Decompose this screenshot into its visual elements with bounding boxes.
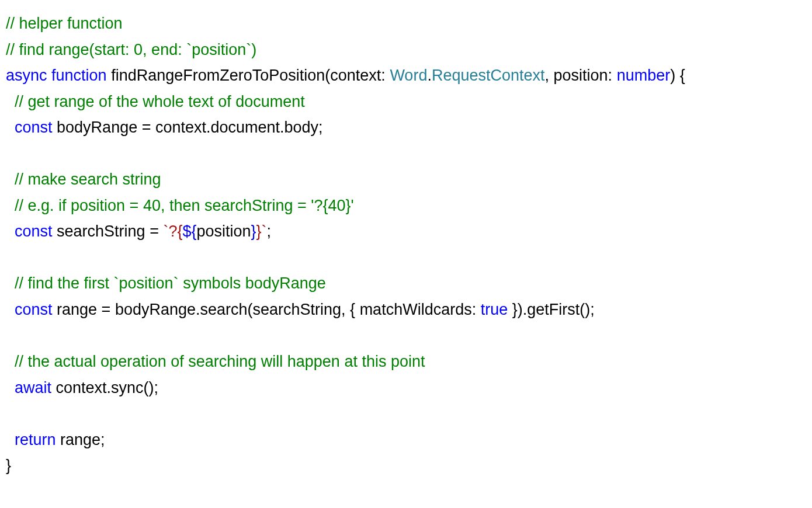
comment: // find range(start: 0, end: `position`)	[6, 41, 256, 58]
code-text: ;	[267, 222, 272, 240]
kw-const: const	[6, 301, 53, 318]
code-text: range = bodyRange.search(searchString, {…	[53, 301, 481, 318]
code-text: bodyRange = context.document.body;	[53, 119, 323, 136]
code-text: ) {	[670, 67, 685, 84]
comment: // find the first `position` symbols bod…	[6, 274, 326, 292]
kw-const: const	[6, 222, 53, 240]
code-text: }).getFirst();	[508, 301, 595, 318]
kw-return: return	[6, 431, 56, 448]
code-text: , position:	[545, 67, 617, 84]
string: }`	[256, 222, 267, 240]
code-text: findRangeFromZeroToPosition(context:	[107, 67, 390, 84]
interp-close: }	[251, 222, 256, 240]
code-block: // helper function // find range(start: …	[6, 11, 806, 479]
kw-await: await	[6, 379, 51, 396]
code-text: range;	[56, 431, 105, 448]
kw-const: const	[6, 119, 53, 136]
type-requestcontext: RequestContext	[432, 67, 545, 84]
interp-body: position	[196, 222, 251, 240]
kw-async: async	[6, 67, 47, 84]
close-brace: }	[6, 457, 11, 474]
interp-open: ${	[182, 222, 196, 240]
kw-true: true	[481, 301, 508, 318]
code-text: .	[427, 67, 432, 84]
kw-function: function	[51, 67, 107, 84]
string: `?{	[163, 222, 182, 240]
comment: // helper function	[6, 15, 123, 32]
comment: // e.g. if position = 40, then searchStr…	[6, 197, 354, 214]
code-text: searchString =	[53, 222, 164, 240]
type-number: number	[617, 67, 671, 84]
comment: // the actual operation of searching wil…	[6, 353, 425, 370]
code-text: context.sync();	[51, 379, 158, 396]
type-word: Word	[390, 67, 427, 84]
comment: // get range of the whole text of docume…	[6, 93, 305, 110]
comment: // make search string	[6, 171, 161, 188]
